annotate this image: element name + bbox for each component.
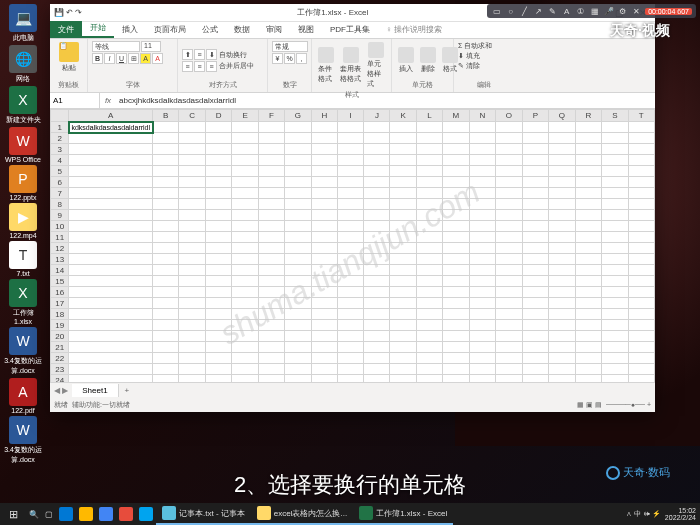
desktop-icon[interactable]: X工作簿1.xlsx <box>4 279 42 325</box>
cell[interactable] <box>153 122 179 133</box>
cell[interactable] <box>69 133 153 144</box>
cell[interactable] <box>311 342 337 353</box>
col-header[interactable]: K <box>390 110 416 122</box>
cell[interactable] <box>153 287 179 298</box>
cell[interactable] <box>443 309 470 320</box>
cell[interactable] <box>602 243 628 254</box>
cell[interactable] <box>416 221 442 232</box>
cell[interactable] <box>153 375 179 383</box>
cell[interactable] <box>549 122 576 133</box>
cell[interactable] <box>232 353 258 364</box>
row-header[interactable]: 16 <box>51 287 69 298</box>
cell[interactable] <box>416 254 442 265</box>
desktop-icon[interactable]: 💻此电脑 <box>4 4 42 43</box>
cell[interactable] <box>311 122 337 133</box>
cell[interactable] <box>179 265 205 276</box>
cell[interactable] <box>575 298 601 309</box>
cell[interactable] <box>69 221 153 232</box>
font-color-button[interactable]: A <box>152 53 163 64</box>
cell[interactable] <box>285 243 312 254</box>
cell[interactable] <box>549 309 576 320</box>
pinned-app[interactable] <box>76 503 96 525</box>
cell[interactable] <box>205 177 231 188</box>
italic-button[interactable]: I <box>104 53 115 64</box>
cell[interactable] <box>258 342 284 353</box>
cell[interactable] <box>69 309 153 320</box>
cell[interactable] <box>232 331 258 342</box>
cell[interactable] <box>258 210 284 221</box>
pinned-app[interactable] <box>116 503 136 525</box>
cell[interactable] <box>549 320 576 331</box>
system-tray[interactable]: ∧ 中 🕪 ⚡ 15:02 2022/2/24 <box>626 507 700 521</box>
cell[interactable] <box>285 166 312 177</box>
text-icon[interactable]: A <box>561 7 572 16</box>
cell[interactable] <box>153 144 179 155</box>
row-header[interactable]: 19 <box>51 320 69 331</box>
cell[interactable] <box>416 144 442 155</box>
align-bot-button[interactable]: ⬇ <box>206 49 217 60</box>
cell[interactable] <box>153 309 179 320</box>
cell[interactable] <box>205 375 231 383</box>
cell[interactable] <box>153 254 179 265</box>
cell[interactable] <box>69 320 153 331</box>
desktop-icon[interactable]: X新建文件夹 <box>4 86 42 125</box>
align-center-button[interactable]: ≡ <box>194 61 205 72</box>
cell[interactable] <box>69 155 153 166</box>
cell[interactable] <box>496 155 523 166</box>
cell[interactable] <box>258 265 284 276</box>
cell[interactable] <box>232 265 258 276</box>
col-header[interactable]: N <box>469 110 495 122</box>
cell[interactable] <box>522 144 548 155</box>
cell[interactable] <box>390 320 416 331</box>
cell[interactable] <box>205 232 231 243</box>
cell[interactable] <box>338 287 364 298</box>
cell[interactable] <box>522 243 548 254</box>
line-icon[interactable]: ╱ <box>519 7 530 16</box>
cell[interactable] <box>69 342 153 353</box>
row-header[interactable]: 18 <box>51 309 69 320</box>
cell[interactable] <box>575 309 601 320</box>
desktop-icon[interactable]: W3.4复数的运算.docx <box>4 416 42 465</box>
cell[interactable] <box>205 221 231 232</box>
col-header[interactable]: J <box>364 110 390 122</box>
cell[interactable] <box>602 144 628 155</box>
cell[interactable] <box>285 133 312 144</box>
cell[interactable] <box>390 353 416 364</box>
cell[interactable] <box>69 199 153 210</box>
desktop-icon[interactable]: A122.pdf <box>4 378 42 414</box>
cell[interactable] <box>390 375 416 383</box>
cell[interactable] <box>205 353 231 364</box>
row-header[interactable]: 7 <box>51 188 69 199</box>
cell[interactable] <box>416 155 442 166</box>
cell[interactable] <box>153 265 179 276</box>
row-header[interactable]: 13 <box>51 254 69 265</box>
cell[interactable] <box>258 364 284 375</box>
table-format-button[interactable]: 套用表格格式 <box>338 46 363 85</box>
cell[interactable] <box>69 375 153 383</box>
cell[interactable] <box>628 177 654 188</box>
row-header[interactable]: 5 <box>51 166 69 177</box>
cell[interactable] <box>285 265 312 276</box>
cell[interactable] <box>549 342 576 353</box>
cell[interactable] <box>628 133 654 144</box>
cell[interactable] <box>496 353 523 364</box>
pinned-app[interactable] <box>56 503 76 525</box>
cell[interactable] <box>549 375 576 383</box>
cell[interactable] <box>338 309 364 320</box>
cell[interactable] <box>258 320 284 331</box>
cell[interactable] <box>258 276 284 287</box>
cell[interactable] <box>602 254 628 265</box>
cell[interactable] <box>496 232 523 243</box>
cell[interactable] <box>338 353 364 364</box>
cell[interactable] <box>628 210 654 221</box>
cell[interactable] <box>205 243 231 254</box>
cell[interactable] <box>416 177 442 188</box>
cell[interactable] <box>232 133 258 144</box>
cell[interactable] <box>311 221 337 232</box>
cell[interactable] <box>232 364 258 375</box>
col-header[interactable]: B <box>153 110 179 122</box>
cell[interactable] <box>364 133 390 144</box>
cell[interactable] <box>205 166 231 177</box>
align-right-button[interactable]: ≡ <box>206 61 217 72</box>
cell[interactable] <box>364 287 390 298</box>
